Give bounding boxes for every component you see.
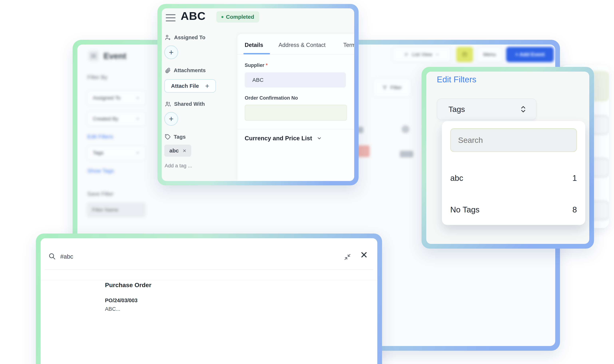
edit-filters-link[interactable]: Edit Filters [87, 134, 113, 140]
funnel-icon [382, 85, 387, 90]
assigned-to-label: Assigned To [165, 34, 205, 41]
edit-filters-card: Edit Filters Tags abc 1 No Tags 8 [422, 67, 594, 249]
tags-dropdown: abc 1 No Tags 8 [442, 121, 585, 225]
chevron-down-icon [436, 53, 439, 56]
calendar-view-button[interactable] [456, 47, 473, 62]
chevron-down-icon [136, 117, 140, 121]
tags-search-input[interactable] [450, 128, 577, 152]
filter-field-select[interactable]: Tags [437, 99, 536, 120]
add-assignee-button[interactable]: + [164, 45, 178, 59]
result-snippet: ABC... [105, 306, 137, 312]
tag-option-label: abc [450, 174, 463, 183]
filter-name-input[interactable] [87, 203, 146, 217]
show-tags-link[interactable]: Show Tags [87, 168, 114, 174]
tag-option-row[interactable]: No Tags 8 [450, 202, 577, 217]
document-title: ABC [181, 10, 205, 22]
status-dot [221, 16, 223, 18]
search-icon [48, 252, 56, 260]
order-confirmation-label: Order Confirmation No [245, 95, 298, 101]
edit-filters-title: Edit Filters [437, 75, 476, 84]
list-icon [404, 52, 409, 57]
chevron-down-icon [136, 151, 140, 155]
active-tab-underline [244, 53, 270, 54]
currency-price-list-section[interactable]: Currency and Price List [245, 135, 322, 142]
tag-option-label: No Tags [450, 205, 479, 214]
global-search-input[interactable] [60, 251, 315, 262]
supplier-label: Supplier * [245, 63, 268, 68]
assigned-to-filter-button[interactable]: Assigned To [87, 91, 146, 105]
tab-details[interactable]: Details [245, 42, 263, 48]
filter-button[interactable]: Filter [373, 78, 411, 97]
calendar-icon [462, 52, 467, 57]
list-fragment [400, 151, 413, 157]
search-result-item[interactable]: PO/24/03/003 ABC... [105, 298, 137, 312]
paperclip-icon [165, 67, 171, 73]
tag-chip[interactable]: abc × [164, 145, 191, 157]
user-plus-icon [165, 34, 171, 41]
created-by-filter-button[interactable]: Created By [87, 112, 146, 126]
select-updown-icon [520, 105, 526, 113]
remove-tag-icon[interactable]: × [183, 147, 186, 154]
menu-icon[interactable] [165, 14, 176, 22]
tag-icon [165, 134, 171, 140]
tags-filter-button[interactable]: Tags [87, 146, 146, 160]
filter-by-label: Filter By [87, 74, 107, 80]
add-share-button[interactable]: + [164, 112, 178, 126]
add-event-button[interactable]: + Add Event [506, 47, 554, 62]
shrink-icon[interactable] [344, 254, 351, 260]
tag-option-count: 8 [573, 205, 577, 214]
save-filter-label: Save Filter [87, 191, 113, 197]
event-page-title: Event [104, 51, 126, 61]
tab-terms[interactable]: Terms [343, 42, 354, 48]
tag-option-count: 1 [573, 174, 577, 183]
search-dialog: ✕ Purchase Order PO/24/03/003 ABC... [36, 234, 382, 364]
list-fragment [402, 125, 409, 133]
sidebar-toggle-icon[interactable] [89, 51, 98, 61]
users-icon [165, 101, 171, 107]
menu-button[interactable]: Menu [477, 47, 502, 62]
supplier-input[interactable] [245, 72, 346, 88]
tags-label: Tags [165, 134, 186, 140]
tag-option-row[interactable]: abc 1 [450, 171, 577, 185]
status-badge: Completed [216, 11, 259, 23]
chevron-down-icon [136, 96, 140, 100]
page: Event Filter By Assigned To Created By [0, 0, 614, 364]
chevron-down-icon [317, 136, 322, 141]
close-icon[interactable]: ✕ [360, 249, 368, 260]
order-confirmation-input[interactable] [245, 105, 347, 121]
list-view-button[interactable]: List View [393, 47, 451, 62]
add-tag-field[interactable]: Add a tag ... [165, 163, 192, 169]
tab-address-contact[interactable]: Address & Contact [279, 42, 326, 48]
plus-icon: + [205, 82, 209, 90]
search-subheader-divider [41, 280, 377, 280]
attach-file-button[interactable]: Attach File + [164, 79, 216, 93]
shared-with-label: Shared With [165, 101, 205, 107]
document-card: ABC Completed Assigned To + Attachments [157, 4, 359, 185]
result-section-title: Purchase Order [105, 282, 151, 289]
section-divider [237, 129, 354, 130]
details-panel: Details Address & Contact Terms Supplier… [237, 34, 354, 181]
search-header-divider [45, 270, 373, 270]
result-title: PO/24/03/003 [105, 298, 137, 303]
attachments-label: Attachments [165, 67, 206, 73]
